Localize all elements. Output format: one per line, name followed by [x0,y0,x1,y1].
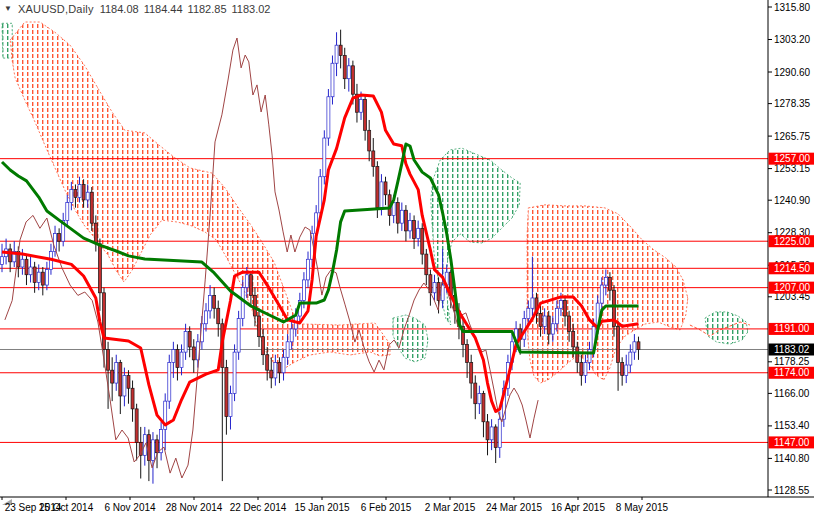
candle-body [25,259,28,274]
candle-body [274,362,277,377]
candle-body [168,362,171,401]
candle-body [176,350,179,368]
price-tick-label: 1290.60 [774,67,811,78]
candle-body [282,357,285,372]
candle-body [580,362,583,375]
candle-body [498,419,501,447]
candle-body [213,295,216,308]
level-price-badge-label: 1214.50 [774,263,811,274]
candle-body [233,352,236,393]
candle-body [470,362,473,383]
candle-body [135,409,138,443]
candle-body [45,270,48,285]
candle-body [360,99,363,112]
level-price-badge-label: 1191.00 [774,323,810,334]
candle-body [482,393,485,421]
candle-body [323,138,326,177]
candle-body [555,308,558,323]
candle-body [417,228,420,238]
candle-body [103,293,106,350]
candle-body [262,337,265,355]
candle-body [576,347,579,362]
candle-body [151,440,154,461]
candle-body [33,267,36,282]
candle-body [237,319,240,353]
price-tick-label: 1166.00 [774,388,810,399]
date-tick-label: 16 Apr 2015 [551,502,605,513]
candle-body [376,166,379,207]
date-tick-label: 6 Nov 2014 [104,502,156,513]
candle-body [290,329,293,342]
date-tick-label: 28 Nov 2014 [166,502,223,513]
price-tick-label: 1128.55 [774,485,810,496]
chart-header: ▼ XAUUSD,Daily 1184.08 1184.44 1182.85 1… [4,3,270,15]
trading-chart-window: 1315.801303.201290.601278.351265.751253.… [0,0,814,516]
candle-body [78,184,81,197]
candle-body [278,362,281,372]
candle-body [123,375,126,396]
candle-body [270,370,273,378]
candle-body [421,228,424,254]
senkou-cloud-green [705,312,748,344]
candle-body [351,66,354,94]
candle-body [396,203,399,224]
candle-body [384,182,387,195]
candle-body [66,203,69,221]
candle-body [527,308,530,318]
date-tick-label: 24 Mar 2015 [486,502,543,513]
candle-body [9,249,12,262]
candle-body [486,422,489,440]
candle-body [266,355,269,370]
candle-body [205,311,208,324]
candle-body [94,223,97,244]
candle-body [37,272,40,282]
candle-body [86,192,89,200]
candle-body [604,277,607,285]
price-tick-label: 1303.20 [774,34,811,45]
candle-body [98,244,101,293]
symbol-period-label: XAUUSD,Daily [18,3,94,15]
candle-body [559,301,562,309]
candle-body [286,342,289,357]
close-value: 1183.02 [232,3,271,15]
candle-body [217,308,220,323]
current-price-badge-label: 1183.02 [774,344,810,355]
date-tick-label: 15 Oct 2014 [39,502,94,513]
candle-body [327,97,330,138]
open-value: 1184.08 [100,3,139,15]
low-value: 1182.85 [188,3,227,15]
price-tick-label: 1140.80 [774,453,810,464]
candle-body [115,362,118,383]
candle-body [70,190,73,203]
candle-body [404,210,407,231]
candle-body [253,295,256,316]
candle-body [372,151,375,166]
level-price-badge-label: 1257.00 [774,153,811,164]
candle-body [335,45,338,63]
candle-body [258,316,261,337]
candle-body [229,393,232,416]
candle-body [368,130,371,151]
price-tick-label: 1265.75 [774,131,811,142]
candle-body [192,347,195,360]
senkou-cloud-green [393,315,428,362]
candle-body [621,362,624,375]
candle-body [572,331,575,346]
candle-body [608,277,611,290]
candle-body [82,184,85,199]
candle-body [184,331,187,352]
candle-body [21,259,24,267]
candle-body [209,295,212,310]
candle-body [225,368,228,417]
price-tick-label: 1253.15 [774,163,811,174]
price-tick-label: 1240.90 [774,195,811,206]
candle-body [111,370,114,383]
candle-body [409,221,412,231]
candle-body [425,254,428,275]
candle-body [494,427,497,448]
candle-body [629,352,632,365]
price-chart[interactable]: 1315.801303.201290.601278.351265.751253.… [0,0,814,516]
candle-body [249,275,252,296]
collapse-chart-icon[interactable]: ▼ [4,5,12,13]
level-price-badge-label: 1174.00 [774,367,810,378]
